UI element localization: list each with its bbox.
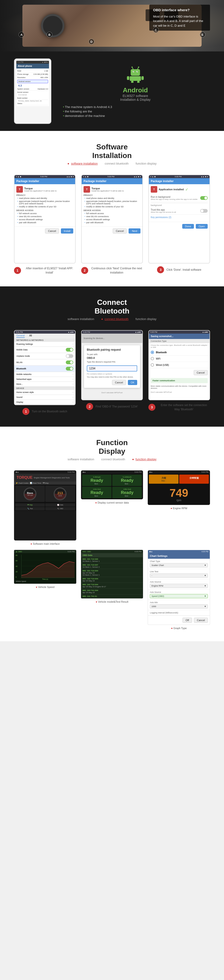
pin-label: Type the device's required PIN (87, 361, 137, 363)
function-title: Function Display (14, 438, 210, 456)
ready-boxes-screen-wrapper: ◆▲5:00 PM 0-60mph Ready Best: - 0-100km/… (81, 470, 143, 545)
pairing-cancel-btn[interactable]: Cancel (112, 380, 126, 385)
chart-settings-wrapper: ◆▲ 4:05 PM Chart Settings Chart Type Sca… (148, 550, 210, 630)
install-step-1: 5 ▲ ◆ 5:00 PM ▲▲■● Package installer T T… (14, 175, 76, 275)
display-row[interactable]: Display › (14, 400, 75, 405)
wired-option[interactable]: Wired (USB) (149, 362, 210, 368)
pairing-ok-btn[interactable]: OK (128, 380, 137, 385)
install-step-3-screen: 5 ▲ ◆ 5:00 PM ▲▲■● Package installer T A… (148, 175, 210, 264)
android-robot-icon (126, 64, 145, 83)
pin-input[interactable] (87, 365, 137, 371)
step-badge-1: 1 (14, 267, 21, 274)
alt-note: You may also need to enter this PIN on t… (87, 376, 137, 378)
mobile-data-toggle[interactable] (66, 348, 73, 352)
conn-cancel-btn[interactable]: Cancel (194, 370, 208, 375)
wifi-radio[interactable] (151, 357, 154, 360)
cancel-btn-2[interactable]: Cancel (113, 228, 127, 234)
obd-label-d: D (89, 39, 94, 45)
airplane-row[interactable]: Airplane mode (14, 353, 75, 359)
more-row[interactable]: More... › (14, 382, 75, 387)
test-item[interactable]: 🔧 Test (15, 507, 45, 510)
mobile-networks-row[interactable]: Mobile networks › (14, 372, 75, 377)
chart-settings-screen: ◆▲ 4:05 PM Chart Settings Chart Type Sca… (148, 550, 210, 625)
x-axis-row: Axis Source Engine RPM ▼ (148, 579, 210, 590)
conn-type-header: Saving screenshot... (149, 334, 210, 339)
airplane-toggle[interactable] (66, 354, 73, 358)
app-subtitle-1: Install this application? It will be abl… (24, 190, 57, 192)
pair-with-label: To pair with: (87, 353, 137, 356)
open-btn-3[interactable]: Open (196, 224, 208, 229)
networked-apps-row[interactable]: Networked apps › (14, 377, 75, 382)
software-installation-section: Software Installation ● software install… (0, 131, 224, 286)
speed-chart-svg (22, 555, 75, 578)
general-tab[interactable]: General (16, 334, 25, 338)
function-nav: software installation connect bluetooth … (14, 458, 210, 461)
phone-mockup: 5:12 PM ▲ ◆ ■ ● About phone RAM 1 GB Pho… (14, 59, 51, 124)
engine-rpm-screen: ◆▲5:00 PM 力矩 Max - 分钟转速 749 rpm (148, 470, 210, 505)
axis-min-select[interactable]: 1000 ▼ (150, 604, 208, 609)
bluetooth-radio[interactable] (151, 351, 154, 354)
rpm-double-box: 力矩 Max - 分钟转速 (148, 474, 210, 485)
run-bg-toggle[interactable] (200, 196, 208, 200)
rpm-main-display: 749 rpm (148, 485, 210, 505)
obd-readings-wrapper: MID: OBD 4:05 PM OBD Data MID: S01 T10:S… (81, 550, 143, 630)
obd-caption: ● Vehicle model&Test Result (81, 600, 143, 603)
wlan-toggle[interactable] (66, 361, 73, 364)
install-step-2-screen: 5 ▲ ◆ 5:00 PM ▲▲■● Package installer T T… (81, 175, 143, 264)
chart-settings-off-btn[interactable]: Off (183, 618, 192, 623)
cancel-btn-1[interactable]: Cancel (45, 228, 59, 234)
chart-settings-cancel-btn[interactable]: Cancel (194, 618, 208, 623)
obd-label-b: B (47, 32, 52, 37)
obd-entry-2: MID: S01 T10:S94Apr 25 May 23S3 Bank 2, … (81, 569, 143, 577)
trust-toggle[interactable] (200, 209, 208, 213)
line-test-select[interactable]: - ▼ (150, 573, 208, 578)
android-bullets: The machine system is Android 4.3 the fo… (61, 105, 210, 118)
bt-step-1-screen: 5:01 PM ▲▲■● General All NETWORKS & NETW… (14, 330, 76, 405)
pkg-installer-title-2: Package installer (82, 178, 142, 184)
step-3-footer: 3 Click 'Done'. Install software (148, 266, 210, 273)
next-btn-2[interactable]: Next (129, 228, 140, 234)
bluetooth-row[interactable]: Bluetooth (14, 366, 75, 372)
svg-point-8 (138, 67, 139, 68)
bluetooth-toggle[interactable] (66, 367, 73, 371)
map-item[interactable]: 🗺 Map (15, 503, 45, 507)
torque-status-bar: ◆▲5:00 PM (14, 471, 76, 474)
done-btn-3[interactable]: Done (182, 224, 194, 229)
install-btn-1[interactable]: Install (61, 228, 73, 234)
bt-step-3-footer: 3 Enter the software set the connection … (148, 403, 210, 412)
ready-0-100: 0-100km/h Ready Best: - (112, 474, 142, 486)
wifi-option[interactable]: WiFi (149, 356, 210, 362)
bt-step-badge-1: 1 (22, 408, 29, 415)
svg-rect-0 (131, 69, 140, 76)
svg-point-7 (132, 67, 133, 68)
plug-item[interactable]: 🔌 OBD (45, 507, 75, 510)
line-test-row: Line Test - ▼ (148, 569, 210, 579)
ready-grid: 0-60mph Ready Best: - 0-100km/h Ready Be… (81, 474, 143, 499)
key-perms[interactable]: Key permissions (2) (151, 215, 208, 220)
conn-type-actions: Cancel (149, 368, 210, 377)
function-top-row: ◆▲5:00 PM TORQUE Engine Management Diagn… (14, 470, 210, 545)
obd-entry-0: MID: S01 T10:S80S3 Bank 1, Sensor 1 (81, 557, 143, 563)
svg-rect-12 (131, 81, 134, 83)
install-step-1-screen: 5 ▲ ◆ 5:00 PM ▲▲■● Package installer T T… (14, 175, 76, 264)
vehicle-speed-wrapper: ▲ OBD 5:00 PM 80 60 40 20 0 (14, 550, 76, 630)
bluetooth-option[interactable]: Bluetooth (149, 349, 210, 356)
wired-radio[interactable] (151, 363, 154, 367)
bt-step-1-footer: 1 Turn on the Bluetooth switch (14, 408, 76, 415)
y-axis-select[interactable]: Speed (OBD) ▼ (150, 594, 208, 598)
all-tab[interactable]: All (29, 334, 32, 338)
obd-entry-3: MID: S02 T10:S94Apr 25 May 23 (81, 577, 143, 583)
bt-scanning-bar: Scanning for devices... (82, 334, 142, 343)
sound-row[interactable]: Sound › (14, 395, 75, 400)
home-screen-row[interactable]: Home screen style › (14, 390, 75, 395)
mobile-data-row[interactable]: Mobile Data (14, 347, 75, 353)
conn-type-desc: Chose the connection type. Bluetooth wit… (149, 343, 210, 349)
x-axis-select[interactable]: Engine RPM ▼ (150, 584, 208, 588)
obd-entry-5: MID: S03 T41:S94Apr 25 May 23 (81, 589, 143, 595)
wlan-row[interactable]: WLAN (14, 359, 75, 366)
sensor-item[interactable]: 📈 Data (45, 503, 75, 507)
chart-type-select[interactable]: Scatter Chart ▼ (150, 563, 208, 567)
gauge-grid: Revs 755 rpm 213 km/h (14, 485, 76, 503)
speed-gauge: 213 km/h (45, 485, 75, 502)
hero-text-box: OBD interface where? Most of the car's O… (149, 5, 210, 30)
